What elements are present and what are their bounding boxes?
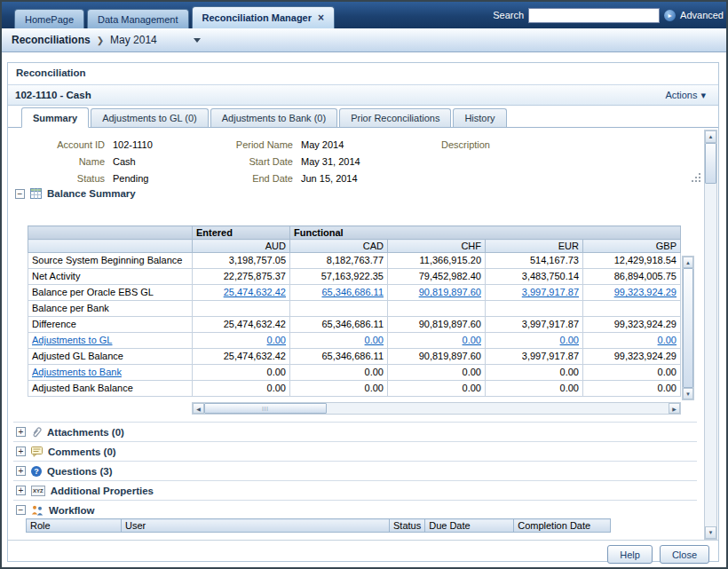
cell-value: 90,819,897.60	[388, 349, 486, 365]
expand-icon[interactable]: +	[16, 466, 26, 476]
tab-prior-reconciliations[interactable]: Prior Reconciliations	[339, 108, 451, 127]
actions-menu-button[interactable]: Actions ▾	[665, 90, 718, 101]
scroll-grip-icon: |||	[262, 406, 269, 411]
scroll-right-button[interactable]: ▶	[669, 403, 680, 414]
collapse-icon[interactable]: −	[16, 505, 26, 515]
row-label-net-activity: Net Activity	[28, 269, 193, 285]
help-button[interactable]: Help	[607, 545, 653, 564]
column-header-user: User	[122, 519, 390, 533]
scroll-down-button[interactable]: ▼	[683, 388, 693, 399]
field-value: May 31, 2014	[301, 156, 360, 167]
column-group-entered: Entered	[193, 226, 290, 240]
table-row: Adjustments to Bank0.000.000.000.000.00	[28, 365, 681, 381]
section-label[interactable]: Questions (3)	[47, 466, 112, 477]
collapse-icon[interactable]: −	[15, 189, 25, 199]
advanced-search-link[interactable]: Advanced	[680, 10, 724, 20]
cell-value: 12,429,918.54	[583, 253, 681, 269]
tab-close-icon[interactable]: ×	[318, 13, 324, 22]
cell-value-link[interactable]: 65,346,686.11	[321, 287, 384, 297]
top-tab-label: HomePage	[25, 14, 74, 25]
resize-handle[interactable]	[692, 173, 702, 184]
row-label-adjusted-gl-balance: Adjusted GL Balance	[28, 349, 193, 365]
field-value: Cash	[113, 156, 136, 167]
cell-value-link[interactable]: 90,819,897.60	[419, 287, 481, 297]
column-header-role: Role	[27, 519, 122, 533]
field-label: Description	[392, 139, 498, 150]
expand-icon[interactable]: +	[16, 427, 26, 437]
cell-value: 0.00	[583, 365, 681, 381]
breadcrumb-root[interactable]: Reconciliations	[12, 34, 91, 46]
top-tab-reconciliation-manager[interactable]: Reconciliation Manager×	[192, 6, 336, 28]
top-tab-data-management[interactable]: Data Management	[87, 9, 189, 28]
page-scroll-up-button[interactable]: ▲	[705, 130, 716, 143]
section-label[interactable]: Comments (0)	[48, 447, 116, 457]
section-additional-properties: +XYZAdditional Properties	[13, 480, 697, 500]
cell-value: 90,819,897.60	[388, 285, 486, 301]
cell-value-link[interactable]: 0.00	[267, 335, 286, 345]
search-area: Search ▸ Advanced	[493, 2, 726, 28]
field-label: End Date	[212, 173, 301, 184]
row-label-adjusted-bank-balance: Adjusted Bank Balance	[28, 381, 193, 397]
table-row: Adjustments to GL0.000.000.000.000.00	[28, 333, 681, 349]
footer-separator	[8, 540, 718, 541]
field-value: Jun 15, 2014	[301, 173, 358, 184]
row-label-link[interactable]: Adjustments to GL	[32, 335, 113, 345]
scroll-left-button[interactable]: ◀	[193, 403, 204, 414]
cell-value-link[interactable]: 0.00	[560, 335, 579, 345]
cell-value: 25,474,632.42	[193, 349, 290, 365]
cell-value-link[interactable]: 25,474,632.42	[224, 287, 286, 297]
cell-value: 0.00	[388, 333, 486, 349]
column-header-chf: CHF	[388, 240, 486, 253]
top-tab-homepage[interactable]: HomePage	[14, 9, 84, 28]
form-column-middle: Period NameMay 2014Start DateMay 31, 201…	[212, 136, 360, 186]
close-button[interactable]: Close	[660, 545, 709, 564]
cell-value-link[interactable]: 0.00	[658, 335, 677, 345]
cell-value: 65,346,686.11	[290, 349, 388, 365]
breadcrumb-dropdown-icon[interactable]	[194, 38, 201, 43]
table-scroll-thumb[interactable]	[683, 268, 693, 388]
row-label-link[interactable]: Adjustments to Bank	[32, 367, 122, 377]
tab-adjustments-to-gl-0[interactable]: Adjustments to GL (0)	[91, 108, 209, 127]
section-label[interactable]: Additional Properties	[51, 486, 154, 496]
page-vertical-scrollbar[interactable]: ▲ ▼	[704, 130, 717, 540]
cell-value-link[interactable]: 0.00	[365, 335, 384, 345]
cell-value	[486, 301, 583, 317]
workflow-icon	[31, 505, 44, 516]
advanced-search-icon[interactable]: ▸	[664, 10, 676, 21]
scroll-up-button[interactable]: ▲	[683, 257, 693, 268]
page-scroll-down-button[interactable]: ▼	[705, 526, 716, 539]
expand-icon[interactable]: +	[16, 486, 26, 495]
cell-value: 514,167.73	[486, 253, 583, 269]
tab-label: Adjustments to Bank (0)	[222, 113, 326, 123]
field-value: May 2014	[301, 139, 344, 150]
row-label-adjustments-to-gl: Adjustments to GL	[28, 333, 193, 349]
cell-value: 99,323,924.29	[583, 285, 681, 301]
tab-adjustments-to-bank-0[interactable]: Adjustments to Bank (0)	[210, 108, 337, 127]
cell-value: 25,474,632.42	[193, 317, 290, 333]
column-header-completion-date: Completion Date	[514, 519, 611, 533]
field-label: Status	[13, 173, 113, 184]
horizontal-scroll-thumb[interactable]: |||	[204, 403, 327, 414]
cell-value: 3,483,750.14	[486, 269, 583, 285]
row-label-balance-per-oracle-ebs-gl: Balance per Oracle EBS GL	[28, 285, 193, 301]
xyz-icon: XYZ	[31, 486, 45, 496]
breadcrumb-current[interactable]: May 2014	[110, 34, 157, 46]
cell-value-link[interactable]: 99,323,924.29	[614, 287, 677, 297]
tab-history[interactable]: History	[453, 108, 506, 127]
cell-value-link[interactable]: 0.00	[463, 335, 481, 345]
cell-value: 90,819,897.60	[388, 317, 486, 333]
tab-summary[interactable]: Summary	[21, 107, 89, 128]
search-input[interactable]	[528, 8, 660, 23]
comment-icon	[31, 447, 43, 457]
cell-value: 0.00	[193, 365, 290, 381]
cell-value: 0.00	[486, 333, 583, 349]
expand-icon[interactable]: +	[16, 447, 26, 456]
cell-value: 99,323,924.29	[583, 317, 681, 333]
table-vertical-scrollbar[interactable]: ▲ ▼	[682, 256, 694, 400]
horizontal-scrollbar[interactable]: ◀ ||| ▶	[192, 402, 681, 415]
page-scroll-thumb[interactable]	[705, 143, 716, 184]
cell-value-link[interactable]: 3,997,917.87	[522, 287, 579, 297]
section-label[interactable]: Attachments (0)	[47, 427, 124, 438]
section-label[interactable]: Workflow	[49, 505, 95, 516]
chevron-right-icon	[97, 35, 104, 45]
